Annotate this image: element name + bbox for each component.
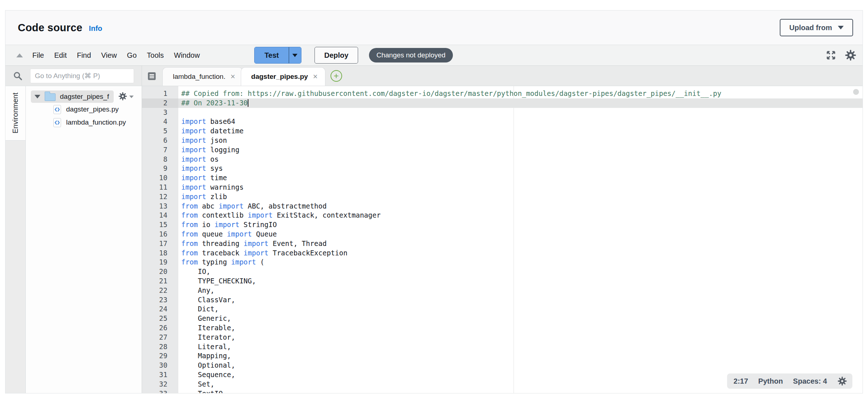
line-number[interactable]: 15 — [142, 220, 178, 230]
line-number[interactable]: 2 — [142, 98, 178, 108]
line-number[interactable]: 32 — [142, 380, 178, 389]
code-line[interactable]: 12import zlib — [142, 192, 863, 202]
close-icon[interactable]: × — [312, 73, 319, 81]
line-number[interactable]: 14 — [142, 211, 178, 220]
upload-from-button[interactable]: Upload from — [780, 19, 853, 36]
line-number[interactable]: 27 — [142, 333, 178, 342]
code-line[interactable]: 14from contextlib import ExitStack, cont… — [142, 211, 863, 220]
code-line[interactable]: 24 Dict, — [142, 304, 863, 314]
test-dropdown-button[interactable] — [289, 47, 301, 63]
code-line[interactable]: 13from abc import ABC, abstractmethod — [142, 202, 863, 211]
line-number[interactable]: 24 — [142, 304, 178, 314]
line-number[interactable]: 22 — [142, 286, 178, 295]
close-icon[interactable]: × — [229, 73, 237, 81]
code-line[interactable]: 21 TYPE_CHECKING, — [142, 276, 863, 286]
line-number[interactable]: 25 — [142, 314, 178, 323]
code-line[interactable]: 5import datetime — [142, 126, 863, 136]
line-number[interactable]: 20 — [142, 267, 178, 276]
line-number[interactable]: 19 — [142, 258, 178, 267]
code-line[interactable]: 3 — [142, 108, 863, 117]
line-number[interactable]: 9 — [142, 164, 178, 173]
code-line[interactable]: 7import logging — [142, 145, 863, 155]
code-line[interactable]: 30 Optional, — [142, 361, 863, 370]
line-number[interactable]: 10 — [142, 173, 178, 183]
line-number[interactable]: 21 — [142, 276, 178, 286]
test-button[interactable]: Test — [255, 47, 289, 63]
code-line[interactable]: 1## Copied from: https://raw.githubuserc… — [142, 89, 863, 98]
line-number[interactable]: 30 — [142, 361, 178, 370]
code-line[interactable]: 6import json — [142, 136, 863, 145]
collapse-menubar-icon[interactable] — [16, 53, 23, 57]
tree-file-lambda_function-py[interactable]: lambda_function.py — [53, 116, 142, 129]
code-line[interactable]: 23 ClassVar, — [142, 295, 863, 305]
indentation-setting[interactable]: Spaces: 4 — [793, 377, 827, 385]
line-number[interactable]: 4 — [142, 117, 178, 126]
code-editor[interactable]: 1## Copied from: https://raw.githubuserc… — [142, 86, 863, 393]
line-number[interactable]: 12 — [142, 192, 178, 202]
editor-tab-lambda_function-[interactable]: lambda_function.× — [162, 67, 243, 86]
line-number[interactable]: 11 — [142, 183, 178, 192]
code-line[interactable]: 27 Iterator, — [142, 333, 863, 342]
line-number[interactable]: 16 — [142, 230, 178, 239]
tab-list-button[interactable] — [146, 70, 157, 81]
line-number[interactable]: 18 — [142, 248, 178, 258]
code-line[interactable]: 20 IO, — [142, 267, 863, 276]
code-line[interactable]: 18from traceback import TracebackExcepti… — [142, 248, 863, 258]
menu-item-go[interactable]: Go — [127, 51, 137, 60]
line-number[interactable]: 31 — [142, 370, 178, 380]
code-line[interactable]: 17from threading import Event, Thread — [142, 239, 863, 248]
line-number[interactable]: 26 — [142, 323, 178, 333]
code-line[interactable]: 28 Literal, — [142, 342, 863, 352]
code-line[interactable]: 2## On 2023-11-30 — [142, 98, 863, 108]
menu-item-find[interactable]: Find — [77, 51, 91, 60]
line-number[interactable]: 5 — [142, 126, 178, 136]
fullscreen-button[interactable] — [826, 50, 836, 61]
info-link[interactable]: Info — [89, 24, 102, 33]
code-line[interactable]: 4import base64 — [142, 117, 863, 126]
code-line[interactable]: 9import sys — [142, 164, 863, 173]
code-line[interactable]: 29 Mapping, — [142, 351, 863, 361]
tab-environment[interactable]: Environment — [5, 86, 25, 141]
line-number[interactable]: 8 — [142, 155, 178, 164]
tree-folder-row[interactable]: dagster_pipes_funct — [31, 90, 114, 103]
line-number[interactable]: 17 — [142, 239, 178, 248]
new-tab-button[interactable]: + — [330, 70, 342, 82]
line-number[interactable]: 1 — [142, 89, 178, 98]
code-line[interactable]: 15from io import StringIO — [142, 220, 863, 230]
line-number[interactable]: 23 — [142, 295, 178, 305]
line-number[interactable]: 3 — [142, 108, 178, 117]
language-mode[interactable]: Python — [758, 377, 783, 385]
code-line[interactable]: 26 Iterable, — [142, 323, 863, 333]
code-text: ClassVar, — [178, 295, 235, 305]
code-text: Generic, — [178, 314, 231, 323]
tree-file-dagster_pipes-py[interactable]: dagster_pipes.py — [53, 103, 142, 116]
menu-item-file[interactable]: File — [32, 51, 44, 60]
menu-item-tools[interactable]: Tools — [147, 51, 164, 60]
goto-anything-input[interactable] — [30, 69, 134, 83]
menu-item-window[interactable]: Window — [174, 51, 200, 60]
line-number[interactable]: 33 — [142, 389, 178, 393]
code-line[interactable]: 16from queue import Queue — [142, 230, 863, 239]
line-number[interactable]: 7 — [142, 145, 178, 155]
code-line[interactable]: 33 TextIO — [142, 389, 863, 393]
cursor-position[interactable]: 2:17 — [734, 377, 748, 385]
editor-tab-dagster_pipes-py[interactable]: dagster_pipes.py× — [241, 67, 325, 86]
line-number[interactable]: 28 — [142, 342, 178, 352]
line-number[interactable]: 6 — [142, 136, 178, 145]
code-line[interactable]: 8import os — [142, 155, 863, 164]
code-line[interactable]: 19from typing import ( — [142, 258, 863, 267]
editor-settings-gear-icon[interactable] — [844, 49, 857, 61]
statusbar-settings-gear-icon[interactable] — [837, 376, 847, 386]
tree-settings-button[interactable] — [118, 92, 134, 102]
deploy-button[interactable]: Deploy — [315, 47, 358, 64]
menu-item-edit[interactable]: Edit — [54, 51, 66, 60]
code-text: import json — [178, 136, 227, 145]
code-line[interactable]: 10import time — [142, 173, 863, 183]
file-explorer-sidebar: Environment dagster_pipes_funct — [5, 66, 142, 393]
code-line[interactable]: 11import warnings — [142, 183, 863, 192]
code-line[interactable]: 22 Any, — [142, 286, 863, 295]
line-number[interactable]: 13 — [142, 202, 178, 211]
line-number[interactable]: 29 — [142, 351, 178, 361]
menu-item-view[interactable]: View — [101, 51, 117, 60]
code-line[interactable]: 25 Generic, — [142, 314, 863, 323]
